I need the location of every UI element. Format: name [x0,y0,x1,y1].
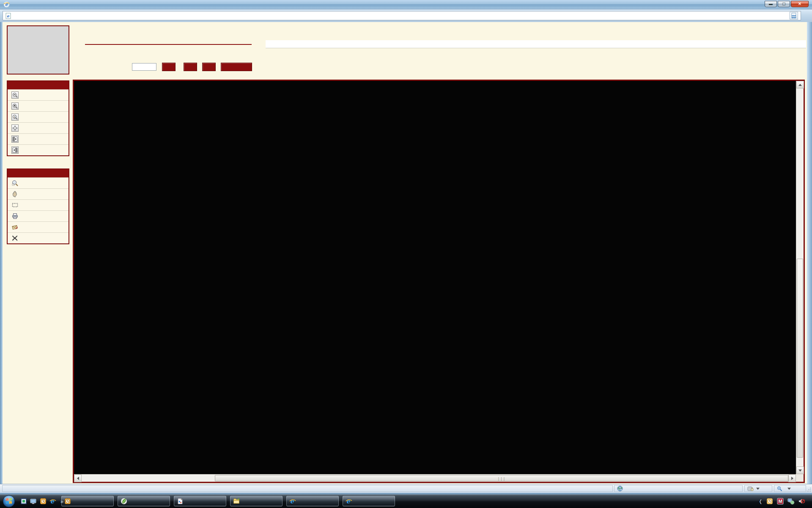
vertical-scrollbar[interactable] [796,81,804,474]
protected-mode-icon [747,486,754,491]
window-titlebar: e ▬ ▢ ✕ [0,0,812,9]
manuscript-scan[interactable] [74,81,796,474]
taskbar-button-registres-1[interactable]: e [286,496,339,506]
close-button[interactable]: ✕ [791,1,809,7]
window-right-border [807,22,812,494]
status-bar [0,484,812,493]
vertical-scroll-thumb[interactable] [797,259,803,458]
switch-windows-icon[interactable] [20,498,27,505]
magnifier-plus-icon [11,102,19,110]
svg-text:e: e [290,498,294,505]
title-underline [85,44,252,45]
sidebar-item-zoomer[interactable] [8,177,69,188]
taskbar-buttons: e e [61,496,395,506]
next-image-button[interactable] [202,63,216,71]
magnifier-one-icon: 1 [11,113,19,121]
internet-explorer-icon: e [289,498,296,505]
close-x-icon [11,235,19,242]
sidebar-item-augmenter[interactable] [8,100,69,111]
sidebar-item-diminuer[interactable] [8,89,69,100]
svg-text:e: e [346,498,351,505]
scroll-down-button[interactable] [796,467,804,474]
show-desktop-icon[interactable] [30,498,37,505]
maximize-button[interactable]: ▢ [778,1,790,7]
outlook-icon [64,498,71,505]
taskbar-button-corel[interactable] [174,496,226,506]
address-input[interactable]: e [3,11,801,20]
zoom-level-cell[interactable] [774,485,806,492]
sidebar-item-page-gauche[interactable] [8,133,69,144]
sidebar-item-marquer[interactable] [8,221,69,232]
svg-text:M: M [779,499,782,504]
magnifier-minus-icon [11,91,19,99]
previous-image-button[interactable] [184,63,197,71]
image-viewer-panel: ||| [73,80,805,483]
thumbnail-image[interactable] [9,28,67,72]
start-button[interactable] [3,495,15,508]
tray-expand-chevron[interactable]: ❬ [759,499,763,504]
window-left-border [0,22,3,494]
scroll-right-button[interactable] [788,475,796,482]
scroll-up-button[interactable] [796,81,804,88]
zoom-panel: 1 [7,80,69,156]
volume-muted-icon[interactable] [798,498,805,505]
sidebar-item-imprimer[interactable] [8,210,69,221]
scroll-left-button[interactable] [74,475,82,482]
internet-explorer-icon[interactable]: e [49,498,56,505]
svg-text:e: e [5,1,8,7]
taskbar-button-explorer-folder[interactable] [230,496,283,506]
sidebar-item-zoom-x1[interactable]: 1 [8,111,69,122]
security-zone-cell [614,485,743,492]
internet-explorer-icon: e [346,498,352,505]
outlook-reminder-icon[interactable] [766,498,773,505]
protected-mode-cell[interactable] [744,485,772,492]
header-white-strip [266,40,806,48]
right-page-icon [11,146,19,154]
sidebar-item-deplacer[interactable] [8,188,69,199]
outlook-icon[interactable] [40,498,47,505]
selection-icon [11,202,19,209]
left-page-icon [11,135,19,143]
tools-panel-header [8,169,69,177]
ok-button[interactable] [162,63,176,71]
address-bar-row: e [0,9,812,22]
taskbar: e » e e [0,494,812,508]
screen: e ▬ ▢ ✕ e 1 [0,0,812,508]
magnifier-icon [11,179,19,187]
resize-grip[interactable] [807,488,811,492]
system-tray: ❬ M [755,494,809,508]
status-message-cell [2,485,613,492]
network-icon[interactable] [787,498,794,505]
scrollbar-corner [796,474,804,482]
minimize-button[interactable]: ▬ [765,1,777,7]
svg-text:1: 1 [14,116,16,119]
globe-icon [617,486,623,491]
svg-text:e: e [50,498,55,505]
sidebar-item-image-entiere[interactable] [8,122,69,133]
internet-explorer-icon: e [3,1,10,8]
quick-launch-bar: e » [20,494,63,508]
bookmark-icon [11,224,19,231]
fermer-button[interactable] [221,63,252,71]
corel-icon [177,498,184,505]
compatibility-view-icon[interactable] [790,12,798,19]
folder-icon [233,498,240,505]
heredis-leaf-icon [121,498,127,505]
dropdown-caret-icon [756,488,760,490]
sidebar-item-page-droite[interactable] [8,144,69,155]
horizontal-scroll-thumb[interactable]: ||| [215,475,788,481]
other-images-input[interactable] [132,63,156,71]
taskbar-button-heredis[interactable] [118,496,170,506]
fit-image-icon [11,124,19,132]
taskbar-button-elements-supprimes[interactable] [61,496,114,506]
sidebar-item-fermer[interactable] [8,232,69,243]
tools-panel [7,168,69,244]
mcafee-icon[interactable]: M [777,498,784,505]
horizontal-scrollbar[interactable]: ||| [74,474,796,482]
printer-icon [11,213,19,220]
hand-icon [11,190,19,198]
zoom-magnifier-icon [777,486,782,491]
taskbar-button-registres-2[interactable]: e [343,496,395,506]
page-ie-icon: e [5,13,11,19]
sidebar-item-selectionner[interactable] [8,199,69,210]
